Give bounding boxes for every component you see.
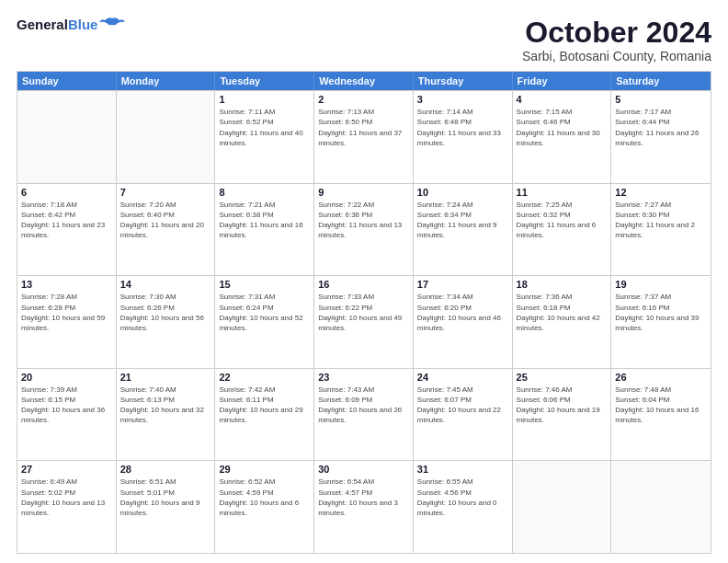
cell-sunrise: Sunrise: 7:21 AM: [219, 200, 310, 210]
day-number: 10: [417, 187, 508, 198]
cal-cell: 8 Sunrise: 7:21 AM Sunset: 6:38 PM Dayli…: [215, 184, 314, 276]
page: GeneralBlue October 2024 Sarbi, Botosani…: [0, 0, 728, 563]
day-number: 1: [219, 94, 310, 105]
cell-sunset: Sunset: 6:36 PM: [318, 210, 409, 220]
cell-sunset: Sunset: 6:32 PM: [517, 210, 608, 220]
cell-sunset: Sunset: 6:44 PM: [615, 117, 707, 127]
subtitle: Sarbi, Botosani County, Romania: [522, 49, 711, 63]
cal-cell: 5 Sunrise: 7:17 AM Sunset: 6:44 PM Dayli…: [611, 91, 711, 183]
cal-cell: 16 Sunrise: 7:33 AM Sunset: 6:22 PM Dayl…: [314, 276, 414, 368]
cell-sunrise: Sunrise: 6:55 AM: [417, 477, 508, 487]
week-row-3: 13 Sunrise: 7:28 AM Sunset: 6:28 PM Dayl…: [17, 275, 711, 368]
day-number: 30: [318, 464, 409, 475]
day-number: 15: [219, 279, 310, 290]
cell-sunrise: Sunrise: 7:40 AM: [120, 385, 211, 395]
cell-sunset: Sunset: 6:48 PM: [417, 117, 508, 127]
cell-sunset: Sunset: 5:02 PM: [21, 488, 112, 498]
week-row-1: 1 Sunrise: 7:11 AM Sunset: 6:52 PM Dayli…: [17, 90, 711, 183]
day-number: 6: [21, 187, 112, 198]
cal-cell: 21 Sunrise: 7:40 AM Sunset: 6:13 PM Dayl…: [117, 369, 216, 461]
day-number: 3: [417, 94, 508, 105]
day-number: 23: [318, 372, 409, 383]
day-number: 16: [318, 279, 409, 290]
cell-daylight: Daylight: 11 hours and 9 minutes.: [417, 220, 508, 240]
cell-daylight: Daylight: 10 hours and 26 minutes.: [318, 405, 409, 425]
logo-blue: Blue: [68, 17, 98, 32]
cell-sunset: Sunset: 6:30 PM: [615, 210, 707, 220]
cell-sunrise: Sunrise: 7:17 AM: [615, 107, 707, 117]
day-number: 12: [615, 187, 707, 198]
week-row-2: 6 Sunrise: 7:18 AM Sunset: 6:42 PM Dayli…: [17, 183, 711, 276]
cell-daylight: Daylight: 11 hours and 16 minutes.: [219, 220, 310, 240]
cell-daylight: Daylight: 11 hours and 26 minutes.: [615, 128, 707, 148]
day-number: 17: [417, 279, 508, 290]
cell-sunset: Sunset: 6:13 PM: [120, 395, 211, 405]
cell-daylight: Daylight: 11 hours and 23 minutes.: [21, 220, 112, 240]
col-tuesday: Tuesday: [215, 72, 314, 90]
calendar-header: Sunday Monday Tuesday Wednesday Thursday…: [17, 72, 711, 90]
cell-sunrise: Sunrise: 7:31 AM: [219, 292, 310, 302]
cell-sunrise: Sunrise: 7:39 AM: [21, 385, 112, 395]
cal-cell: 23 Sunrise: 7:43 AM Sunset: 6:09 PM Dayl…: [314, 369, 414, 461]
cell-sunset: Sunset: 4:56 PM: [417, 488, 508, 498]
cell-sunrise: Sunrise: 6:52 AM: [219, 477, 310, 487]
cell-sunrise: Sunrise: 7:13 AM: [318, 107, 409, 117]
col-monday: Monday: [117, 72, 216, 90]
cell-sunset: Sunset: 6:07 PM: [417, 395, 508, 405]
cell-sunrise: Sunrise: 7:46 AM: [517, 385, 608, 395]
cell-sunset: Sunset: 6:16 PM: [615, 303, 707, 313]
day-number: 29: [219, 464, 310, 475]
cal-cell: 24 Sunrise: 7:45 AM Sunset: 6:07 PM Dayl…: [414, 369, 513, 461]
cell-sunset: Sunset: 6:24 PM: [219, 303, 310, 313]
cell-sunset: Sunset: 6:34 PM: [417, 210, 508, 220]
col-sunday: Sunday: [17, 72, 117, 90]
cal-cell: 28 Sunrise: 6:51 AM Sunset: 5:01 PM Dayl…: [117, 461, 216, 553]
cell-sunrise: Sunrise: 6:51 AM: [120, 477, 211, 487]
cal-cell: 4 Sunrise: 7:15 AM Sunset: 6:46 PM Dayli…: [513, 91, 612, 183]
cell-daylight: Daylight: 10 hours and 52 minutes.: [219, 313, 310, 333]
cell-sunrise: Sunrise: 7:27 AM: [615, 200, 707, 210]
cell-daylight: Daylight: 10 hours and 36 minutes.: [21, 405, 112, 425]
cal-cell: 26 Sunrise: 7:48 AM Sunset: 6:04 PM Dayl…: [611, 369, 711, 461]
cell-sunrise: Sunrise: 7:48 AM: [615, 385, 707, 395]
cell-daylight: Daylight: 10 hours and 13 minutes.: [21, 498, 112, 518]
cell-sunset: Sunset: 4:59 PM: [219, 488, 310, 498]
cell-sunrise: Sunrise: 7:42 AM: [219, 385, 310, 395]
cell-daylight: Daylight: 11 hours and 33 minutes.: [417, 128, 508, 148]
cell-sunrise: Sunrise: 7:43 AM: [318, 385, 409, 395]
cal-cell: 3 Sunrise: 7:14 AM Sunset: 6:48 PM Dayli…: [414, 91, 513, 183]
logo: GeneralBlue: [17, 17, 125, 33]
cell-sunset: Sunset: 6:09 PM: [318, 395, 409, 405]
cell-daylight: Daylight: 10 hours and 59 minutes.: [21, 313, 112, 333]
cell-daylight: Daylight: 10 hours and 39 minutes.: [615, 313, 707, 333]
col-saturday: Saturday: [611, 72, 711, 90]
cal-cell: 17 Sunrise: 7:34 AM Sunset: 6:20 PM Dayl…: [414, 276, 513, 368]
cell-sunrise: Sunrise: 7:22 AM: [318, 200, 409, 210]
cell-sunrise: Sunrise: 7:34 AM: [417, 292, 508, 302]
main-title: October 2024: [522, 17, 711, 49]
cell-sunset: Sunset: 6:06 PM: [517, 395, 608, 405]
cal-cell: 31 Sunrise: 6:55 AM Sunset: 4:56 PM Dayl…: [414, 461, 513, 553]
cal-cell: [611, 461, 711, 553]
cal-cell: [17, 91, 117, 183]
cal-cell: [117, 91, 216, 183]
cell-sunrise: Sunrise: 7:37 AM: [615, 292, 707, 302]
cell-sunset: Sunset: 6:26 PM: [120, 303, 211, 313]
cell-sunset: Sunset: 6:28 PM: [21, 303, 112, 313]
cal-cell: 22 Sunrise: 7:42 AM Sunset: 6:11 PM Dayl…: [215, 369, 314, 461]
week-row-5: 27 Sunrise: 6:49 AM Sunset: 5:02 PM Dayl…: [17, 460, 711, 553]
cell-daylight: Daylight: 11 hours and 6 minutes.: [517, 220, 608, 240]
cell-sunset: Sunset: 4:57 PM: [318, 488, 409, 498]
cell-sunrise: Sunrise: 7:25 AM: [517, 200, 608, 210]
cell-sunrise: Sunrise: 6:49 AM: [21, 477, 112, 487]
cal-cell: 6 Sunrise: 7:18 AM Sunset: 6:42 PM Dayli…: [17, 184, 117, 276]
day-number: 22: [219, 372, 310, 383]
day-number: 18: [517, 279, 608, 290]
col-thursday: Thursday: [414, 72, 513, 90]
cal-cell: 19 Sunrise: 7:37 AM Sunset: 6:16 PM Dayl…: [611, 276, 711, 368]
logo-bird-icon: [99, 17, 125, 33]
cell-daylight: Daylight: 10 hours and 46 minutes.: [417, 313, 508, 333]
day-number: 25: [517, 372, 608, 383]
day-number: 8: [219, 187, 310, 198]
day-number: 5: [615, 94, 707, 105]
